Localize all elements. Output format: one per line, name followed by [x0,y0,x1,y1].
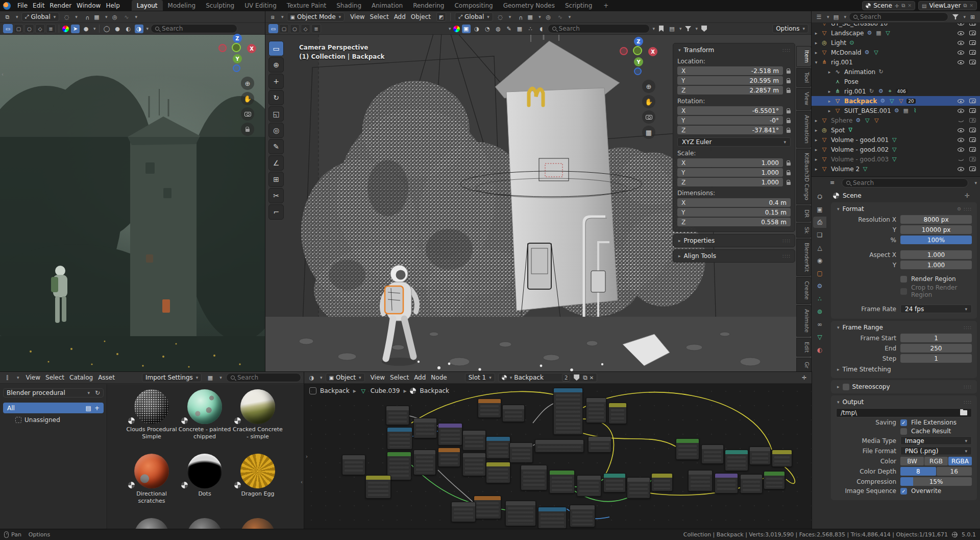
outliner-row-animation-5[interactable]: ▸∿Animation↻ [812,67,980,77]
n-panel-tab-create[interactable]: Create [796,277,812,304]
shader-node-23[interactable] [627,477,650,499]
outliner-row-ut-sc-crossbo-10-0[interactable]: ▽UT_SC_Crossbo 10 [812,24,980,28]
expand-toggle[interactable]: ▸ [814,40,819,45]
lasso-select-icon[interactable]: ◇ [301,24,310,33]
shader-node-36[interactable] [570,505,595,527]
folder-icon[interactable] [960,410,967,415]
outliner-row-rig-001-4[interactable]: ▾⋔rig.001 [812,57,980,67]
lock-view-button[interactable] [241,123,254,136]
outliner-row-volume-good-002-13[interactable]: ▸▽Volume - good.002▽ [812,145,980,154]
transform-orientation-dropdown[interactable]: ⤢Global▾ [21,12,60,21]
shader-node-20[interactable] [549,470,575,494]
collapse-icon[interactable]: ▾ [837,400,840,405]
lock-icon[interactable] [787,80,791,83]
axis-y[interactable]: Y [233,54,242,63]
outliner-item-label[interactable]: SUIT_BASE.001 [844,107,891,114]
falloff-icon[interactable]: ∿ [122,13,131,21]
panel-header[interactable]: ▸Align Tools:::: [677,251,791,261]
properties-tab-particles[interactable]: ∴ [813,293,826,304]
camera-disabled-icon[interactable] [969,157,976,161]
n-panel-tab-edit[interactable]: Edit [796,338,812,357]
lock-icon[interactable] [787,182,791,185]
menu-help[interactable]: Help [103,1,122,10]
menu-view[interactable]: View [23,373,43,382]
collapse-icon[interactable]: ▾ [837,325,840,330]
editor-type-icon[interactable]: ⫿ [3,373,12,382]
shader-node-13[interactable] [509,442,533,463]
camera-icon[interactable] [969,24,976,26]
axis-x[interactable]: X [648,47,657,56]
color-option-bw[interactable]: BW [900,457,924,465]
properties-tab-physics[interactable]: ⊚ [813,306,826,317]
shader-node-6[interactable] [502,405,525,422]
n-panel-tab-kitbash3d-cargo[interactable]: KitBash3D Cargo [796,149,812,204]
menu-file[interactable]: File [15,1,30,10]
lock-icon[interactable] [787,90,791,93]
lock-icon[interactable] [787,130,791,133]
eye-icon[interactable] [958,128,964,132]
outliner-item-label[interactable]: Pose [844,78,859,85]
annotate-visibility-icon[interactable]: ◍ [494,25,503,33]
move-tool[interactable]: + [268,74,284,89]
properties-tab-render[interactable]: ▣ [813,204,826,215]
breadcrumb-material[interactable]: Backpack [420,387,449,394]
shader-node-30[interactable] [688,470,713,491]
workspace-tab-sculpting[interactable]: Sculpting [201,0,239,11]
zoom-button[interactable]: ⊕ [241,77,254,90]
box-select-icon[interactable]: ▢ [279,24,289,33]
snap-magnet-icon[interactable]: ∪ [81,13,89,21]
scene-selector[interactable]: Scene ✛ ⧉ ✕ [862,1,915,10]
add-workspace-button[interactable]: + [598,0,614,11]
asset-cracked-concrete-simple[interactable]: Cracked Concrete - simple [231,389,284,440]
bookmark-icon[interactable] [657,25,666,33]
dimensions-y-field[interactable]: Y0.15 m [677,208,791,217]
camera-icon[interactable] [969,60,976,64]
move-view-button[interactable]: ✋ [241,92,254,105]
shader-node-9[interactable] [413,418,437,438]
properties-tab-material[interactable]: ◐ [813,344,826,356]
dimensions-z-field[interactable]: Z0.558 m [677,218,791,226]
lamp-icon[interactable]: ◖ [537,25,546,33]
workspace-tab-scripting[interactable]: Scripting [560,0,597,11]
color-wheel-icon[interactable] [62,26,69,32]
workspace-tab-geometry-nodes[interactable]: Geometry Nodes [498,0,560,11]
shader-node-15[interactable] [413,450,436,475]
expand-icon[interactable]: ▸ [678,238,681,243]
refresh-library-icon[interactable]: ↻ [95,389,100,396]
eye-icon[interactable] [958,31,964,35]
axis-y-pos-ball[interactable] [633,46,642,55]
shader-node-2[interactable] [608,403,627,424]
menu-view[interactable]: View [368,373,387,382]
stereoscopy-checkbox[interactable] [843,384,849,390]
axis-z[interactable]: Z [233,34,242,43]
select-box-tool[interactable]: ▭ [268,41,284,56]
panel-grip[interactable]: :::: [964,384,972,389]
dimensions-x-field[interactable]: X0.4 m [677,198,791,207]
properties-tab-output[interactable]: ⎙ [813,217,826,228]
shader-node-40[interactable] [342,455,365,475]
menu-asset[interactable]: Asset [95,373,117,382]
pivot-point-icon[interactable]: ◌ [496,13,505,21]
properties-tab-view-layer[interactable]: ❏ [813,229,826,241]
material-name[interactable]: Backpack [514,374,560,381]
frame-start-field[interactable]: 1 [900,334,972,342]
panel-grip[interactable]: :::: [782,48,791,53]
eye-closed-icon[interactable] [958,119,964,122]
expand-icon[interactable]: ▸ [837,367,840,372]
shader-node-18[interactable] [486,462,510,483]
presets-icon[interactable]: ⚙ :::: [957,206,972,212]
object-types-visibility-icon[interactable]: ▤ [668,25,676,33]
shader-node-24[interactable] [651,473,673,491]
xray-toggle-icon[interactable]: ◔ [483,25,492,33]
new-material-icon[interactable]: ⧉ [583,374,587,381]
shader-node-26[interactable] [701,444,724,464]
transform-orientation-dropdown[interactable]: ⤢Global▾ [455,12,493,21]
shader-node-10[interactable] [438,423,462,445]
scale-z-field[interactable]: Z1.000 [677,178,783,186]
outliner-row-mcdonald-3[interactable]: ▸▽McDonald⚙▽ [812,48,980,57]
workspace-tab-animation[interactable]: Animation [366,0,408,11]
shader-node-0[interactable] [553,388,583,435]
expand-icon[interactable]: ▸ [837,384,840,389]
node-canvas[interactable]: Backpack ▸ ▽ Cube.039 ▸ Backpack [304,384,812,529]
workspace-tab-modeling[interactable]: Modeling [163,0,201,11]
